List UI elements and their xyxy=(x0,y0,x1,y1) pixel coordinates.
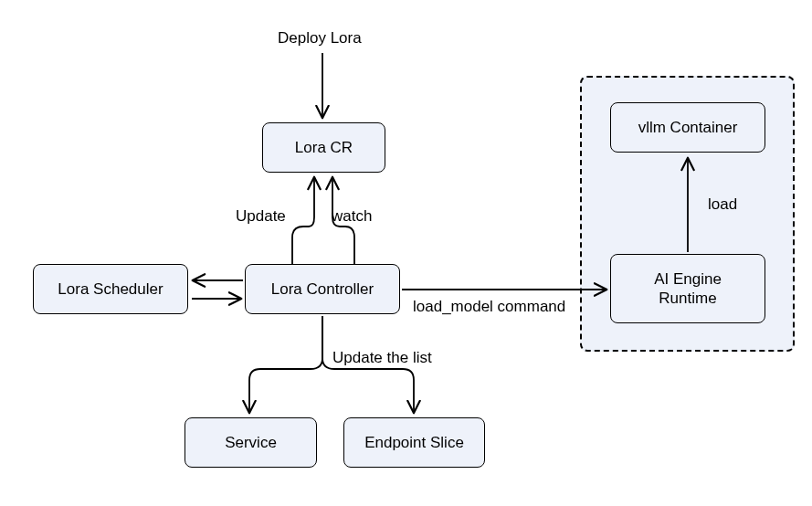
node-label: AI Engine Runtime xyxy=(654,269,722,309)
label-watch: watch xyxy=(332,207,372,226)
node-label: Service xyxy=(225,433,277,452)
node-lora-controller: Lora Controller xyxy=(245,264,400,314)
node-label: Lora CR xyxy=(295,138,353,157)
label-update-list: Update the list xyxy=(332,349,432,367)
node-lora-scheduler: Lora Scheduler xyxy=(33,264,188,314)
node-ai-engine-runtime: AI Engine Runtime xyxy=(610,254,765,323)
node-label: Lora Scheduler xyxy=(58,279,163,299)
node-endpoint-slice: Endpoint Slice xyxy=(343,417,485,468)
label-update: Update xyxy=(236,207,286,226)
node-label: Endpoint Slice xyxy=(364,433,464,452)
label-load-model: load_model command xyxy=(413,298,565,316)
node-lora-cr: Lora CR xyxy=(262,122,385,173)
diagram-canvas: { "labels": { "deploy": "Deploy Lora", "… xyxy=(0,0,812,506)
label-load: load xyxy=(708,195,737,214)
node-label: vllm Container xyxy=(638,118,738,137)
node-label: Lora Controller xyxy=(271,279,374,299)
label-deploy-lora: Deploy Lora xyxy=(278,29,362,47)
node-service: Service xyxy=(185,417,317,468)
node-vllm-container: vllm Container xyxy=(610,102,765,153)
